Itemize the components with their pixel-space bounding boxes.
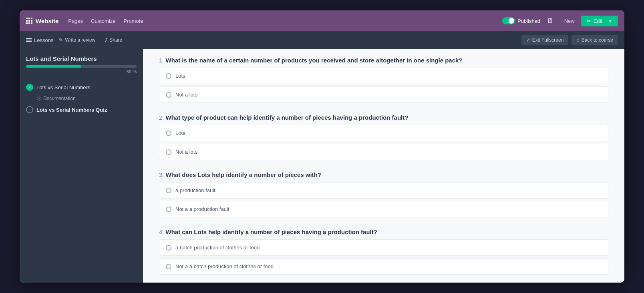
app-name: Website xyxy=(36,18,58,24)
sub-item-documentation-label: Documentation xyxy=(43,96,76,101)
answer-3-1[interactable]: a production fault xyxy=(159,182,608,199)
back-icon: ⌂ xyxy=(576,37,579,43)
answer-text-1-1: Lots xyxy=(175,73,185,79)
edit-caret-icon[interactable]: ▼ xyxy=(605,19,612,23)
write-review-label: Write a review xyxy=(65,37,95,43)
answer-4-2[interactable]: Not a a batch production of clothes or f… xyxy=(159,258,608,275)
exit-fullscreen-label: Exit Fullscreen xyxy=(532,37,564,43)
share-icon: ⤴ xyxy=(105,37,107,43)
monitor-icon[interactable]: 🖥 xyxy=(547,17,553,24)
progress-label: 50 % xyxy=(26,69,137,74)
top-nav-links: Pages Customize Promote xyxy=(68,18,502,24)
pages-link[interactable]: Pages xyxy=(68,18,83,24)
secondary-nav-left: Lessons ✎ Write a review ⤴ Share xyxy=(26,35,126,45)
answer-text-1-2: Not a lots xyxy=(175,92,197,98)
question-body-4: What can Lots help identify a number of … xyxy=(166,229,377,235)
radio-icon xyxy=(166,92,171,98)
answer-3-2[interactable]: Not a a production fault xyxy=(159,201,608,217)
circle-icon-incomplete xyxy=(26,106,33,113)
share-label: Share xyxy=(109,37,122,43)
sidebar-item-lots-vs-serial[interactable]: ✓ Lots vs Serial Numbers xyxy=(20,80,143,94)
question-body-1: What is the name of a certain number of … xyxy=(166,57,463,64)
radio-icon xyxy=(166,264,171,269)
question-text-3: 3.What does Lots help identify a number … xyxy=(159,171,608,178)
main-content: Lots and Serial Numbers 50 % ✓ Lots vs S… xyxy=(20,49,624,283)
lessons-label: Lessons xyxy=(34,37,53,43)
fullscreen-icon: ⤢ xyxy=(526,37,530,43)
answer-text-2-1: Lots xyxy=(175,130,185,136)
quiz-content: 1.What is the name of a certain number o… xyxy=(143,49,624,283)
question-block-1: 1.What is the name of a certain number o… xyxy=(159,57,608,103)
radio-icon xyxy=(166,149,171,155)
sidebar-title: Lots and Serial Numbers xyxy=(20,55,143,65)
question-text-2: 2.What type of product can help identify… xyxy=(159,114,608,121)
exit-fullscreen-button[interactable]: ⤢ Exit Fullscreen xyxy=(521,35,569,45)
question-block-2: 2.What type of product can help identify… xyxy=(159,114,608,160)
answer-1-2[interactable]: Not a lots xyxy=(159,86,608,103)
sidebar-item-quiz[interactable]: Lots vs Serial Numbers Quiz xyxy=(20,103,143,116)
answer-text-4-1: a batch production of clothes or food xyxy=(175,245,260,251)
answer-2-1[interactable]: Lots xyxy=(159,125,608,141)
radio-icon xyxy=(166,188,171,193)
sidebar: Lots and Serial Numbers 50 % ✓ Lots vs S… xyxy=(20,49,143,283)
new-button[interactable]: + New xyxy=(559,18,575,24)
sidebar-item-label-1: Lots vs Serial Numbers xyxy=(36,84,90,90)
new-plus-icon: + xyxy=(559,18,563,24)
customize-link[interactable]: Customize xyxy=(91,18,115,24)
answer-1-1[interactable]: Lots xyxy=(159,68,608,84)
back-to-course-label: Back to course xyxy=(582,37,613,43)
toggle-switch[interactable] xyxy=(502,17,515,24)
radio-icon xyxy=(166,73,171,79)
write-review-button[interactable]: ✎ Write a review xyxy=(55,35,99,45)
published-label: Published xyxy=(517,18,540,24)
check-icon-done: ✓ xyxy=(26,84,33,91)
answer-text-4-2: Not a a batch production of clothes or f… xyxy=(175,263,274,269)
secondary-nav-right: ⤢ Exit Fullscreen ⌂ Back to course xyxy=(521,35,618,45)
back-to-course-button[interactable]: ⌂ Back to course xyxy=(572,35,618,45)
question-body-3: What does Lots help identify a number of… xyxy=(166,171,321,178)
progress-bar-fill xyxy=(26,65,81,68)
question-number-1: 1. xyxy=(159,57,164,64)
question-number-4: 4. xyxy=(159,229,164,235)
radio-icon xyxy=(166,245,171,251)
edit-button[interactable]: ✏ Edit ▼ xyxy=(581,16,618,26)
question-text-4: 4.What can Lots help identify a number o… xyxy=(159,229,608,235)
radio-icon xyxy=(166,130,171,136)
sidebar-sub-item-documentation[interactable]: ⛓ Documentation xyxy=(20,94,143,103)
link-icon: ⛓ xyxy=(36,96,41,101)
answer-text-2-2: Not a lots xyxy=(175,149,197,155)
published-toggle[interactable]: Published xyxy=(502,17,540,24)
edit-label: Edit xyxy=(594,18,602,24)
progress-bar-container: 50 % xyxy=(20,65,143,80)
answer-text-3-1: a production fault xyxy=(175,187,215,193)
progress-bar-bg xyxy=(26,65,137,68)
question-block-3: 3.What does Lots help identify a number … xyxy=(159,171,608,217)
question-number-3: 3. xyxy=(159,171,164,178)
answer-text-3-2: Not a a production fault xyxy=(175,206,229,212)
hamburger-icon xyxy=(26,38,32,42)
app-logo[interactable]: Website xyxy=(26,18,58,24)
sidebar-item-label-2: Lots vs Serial Numbers Quiz xyxy=(36,107,107,113)
promote-link[interactable]: Promote xyxy=(124,18,143,24)
answer-2-2[interactable]: Not a lots xyxy=(159,144,608,160)
question-block-4: 4.What can Lots help identify a number o… xyxy=(159,229,608,275)
pencil-small-icon: ✎ xyxy=(59,37,63,43)
question-body-2: What type of product can help identify a… xyxy=(166,114,409,121)
question-text-1: 1.What is the name of a certain number o… xyxy=(159,57,608,64)
question-number-2: 2. xyxy=(159,114,164,121)
secondary-nav: Lessons ✎ Write a review ⤴ Share ⤢ Exit … xyxy=(20,31,624,49)
toggle-knob xyxy=(509,18,514,24)
lessons-menu-button[interactable]: Lessons xyxy=(26,37,53,43)
answer-4-1[interactable]: a batch production of clothes or food xyxy=(159,239,608,256)
radio-icon xyxy=(166,207,171,212)
top-nav: Website Pages Customize Promote Publishe… xyxy=(20,10,624,31)
grid-icon xyxy=(26,18,32,24)
share-button[interactable]: ⤴ Share xyxy=(101,35,126,45)
pencil-icon: ✏ xyxy=(587,18,591,24)
top-nav-right: Published 🖥 + New ✏ Edit ▼ xyxy=(502,16,618,26)
